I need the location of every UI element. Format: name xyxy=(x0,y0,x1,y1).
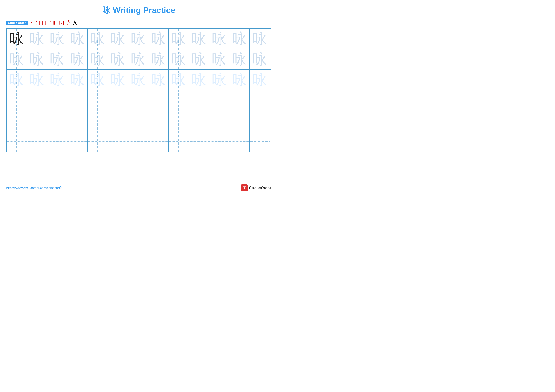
grid-cell-4-11[interactable] xyxy=(209,90,229,111)
grid-cell-3-6[interactable]: 咏 xyxy=(108,70,128,90)
practice-grid: 咏 咏 咏 咏 咏 咏 咏 咏 咏 咏 咏 咏 咏 咏 咏 咏 咏 咏 咏 咏 … xyxy=(6,28,271,152)
grid-cell-6-1[interactable] xyxy=(7,131,27,152)
grid-cell-6-2[interactable] xyxy=(27,131,47,152)
grid-cell-2-7[interactable]: 咏 xyxy=(128,49,148,69)
grid-cell-1-1[interactable]: 咏 xyxy=(7,29,27,49)
grid-cell-6-11[interactable] xyxy=(209,131,229,152)
grid-cell-5-2[interactable] xyxy=(27,111,47,131)
grid-cell-6-3[interactable] xyxy=(47,131,67,152)
grid-cell-2-11[interactable]: 咏 xyxy=(209,49,229,69)
grid-cell-1-10[interactable]: 咏 xyxy=(189,29,209,49)
grid-cell-2-3[interactable]: 咏 xyxy=(47,49,67,69)
grid-cell-1-2[interactable]: 咏 xyxy=(27,29,47,49)
grid-cell-6-5[interactable] xyxy=(88,131,108,152)
grid-cell-3-12[interactable]: 咏 xyxy=(229,70,250,90)
grid-cell-5-13[interactable] xyxy=(250,111,270,131)
grid-cell-6-4[interactable] xyxy=(67,131,88,152)
logo-icon: 字 xyxy=(241,184,248,191)
grid-cell-3-8[interactable]: 咏 xyxy=(148,70,169,90)
grid-cell-5-12[interactable] xyxy=(229,111,250,131)
grid-cell-2-4[interactable]: 咏 xyxy=(67,49,88,69)
grid-cell-1-12[interactable]: 咏 xyxy=(229,29,250,49)
stroke-step-5: 叼 xyxy=(53,20,58,26)
grid-cell-5-10[interactable] xyxy=(189,111,209,131)
grid-cell-3-2[interactable]: 咏 xyxy=(27,70,47,90)
grid-cell-1-4[interactable]: 咏 xyxy=(67,29,88,49)
grid-cell-4-4[interactable] xyxy=(67,90,88,111)
grid-cell-1-5[interactable]: 咏 xyxy=(88,29,108,49)
grid-cell-5-6[interactable] xyxy=(108,111,128,131)
stroke-step-8: 咏 xyxy=(72,20,77,26)
grid-cell-1-7[interactable]: 咏 xyxy=(128,29,148,49)
grid-cell-6-9[interactable] xyxy=(169,131,189,152)
stroke-order-badge: Stroke Order xyxy=(6,21,28,25)
grid-row-6 xyxy=(7,131,271,152)
grid-cell-3-3[interactable]: 咏 xyxy=(47,70,67,90)
grid-cell-6-12[interactable] xyxy=(229,131,250,152)
grid-cell-6-13[interactable] xyxy=(250,131,270,152)
grid-cell-4-7[interactable] xyxy=(128,90,148,111)
grid-cell-2-10[interactable]: 咏 xyxy=(189,49,209,69)
grid-row-4 xyxy=(7,90,271,111)
grid-cell-5-4[interactable] xyxy=(67,111,88,131)
grid-cell-2-8[interactable]: 咏 xyxy=(148,49,169,69)
grid-cell-3-4[interactable]: 咏 xyxy=(67,70,88,90)
grid-cell-5-7[interactable] xyxy=(128,111,148,131)
footer-url[interactable]: https://www.strokeorder.com/chinese/咏 xyxy=(6,186,62,190)
grid-cell-4-10[interactable] xyxy=(189,90,209,111)
grid-cell-1-11[interactable]: 咏 xyxy=(209,29,229,49)
grid-cell-4-12[interactable] xyxy=(229,90,250,111)
stroke-step-7: 咏 xyxy=(66,20,71,26)
grid-cell-5-11[interactable] xyxy=(209,111,229,131)
grid-cell-1-9[interactable]: 咏 xyxy=(169,29,189,49)
grid-cell-3-11[interactable]: 咏 xyxy=(209,70,229,90)
grid-cell-6-8[interactable] xyxy=(148,131,169,152)
grid-cell-2-6[interactable]: 咏 xyxy=(108,49,128,69)
grid-row-3: 咏 咏 咏 咏 咏 咏 咏 咏 咏 咏 咏 咏 咏 xyxy=(7,70,271,90)
grid-cell-1-3[interactable]: 咏 xyxy=(47,29,67,49)
grid-cell-4-3[interactable] xyxy=(47,90,67,111)
stroke-step-4: 口˙ xyxy=(45,20,52,26)
stroke-step-1: 丶 xyxy=(29,20,34,26)
grid-cell-5-8[interactable] xyxy=(148,111,169,131)
grid-cell-3-10[interactable]: 咏 xyxy=(189,70,209,90)
grid-cell-6-10[interactable] xyxy=(189,131,209,152)
grid-cell-5-3[interactable] xyxy=(47,111,67,131)
grid-cell-2-9[interactable]: 咏 xyxy=(169,49,189,69)
grid-cell-6-6[interactable] xyxy=(108,131,128,152)
stroke-order-row: Stroke Order 丶 𠃍 口 口˙ 叼 叼 咏 咏 xyxy=(0,18,278,28)
grid-cell-2-12[interactable]: 咏 xyxy=(229,49,250,69)
grid-cell-4-8[interactable] xyxy=(148,90,169,111)
grid-cell-2-13[interactable]: 咏 xyxy=(250,49,270,69)
grid-row-2: 咏 咏 咏 咏 咏 咏 咏 咏 咏 咏 咏 咏 咏 xyxy=(7,49,271,70)
char-solid: 咏 xyxy=(9,32,24,46)
grid-cell-3-7[interactable]: 咏 xyxy=(128,70,148,90)
grid-cell-6-7[interactable] xyxy=(128,131,148,152)
stroke-sequence: 丶 𠃍 口 口˙ 叼 叼 咏 咏 xyxy=(29,20,77,26)
grid-cell-4-5[interactable] xyxy=(88,90,108,111)
grid-cell-2-2[interactable]: 咏 xyxy=(27,49,47,69)
grid-cell-3-1[interactable]: 咏 xyxy=(7,70,27,90)
grid-cell-1-8[interactable]: 咏 xyxy=(148,29,169,49)
grid-cell-2-1[interactable]: 咏 xyxy=(7,49,27,69)
stroke-step-6: 叼 xyxy=(59,20,64,26)
grid-row-5 xyxy=(7,111,271,131)
grid-cell-2-5[interactable]: 咏 xyxy=(88,49,108,69)
grid-cell-4-9[interactable] xyxy=(169,90,189,111)
grid-row-1: 咏 咏 咏 咏 咏 咏 咏 咏 咏 咏 咏 咏 咏 xyxy=(7,29,271,49)
grid-cell-5-9[interactable] xyxy=(169,111,189,131)
grid-cell-4-6[interactable] xyxy=(108,90,128,111)
grid-cell-4-13[interactable] xyxy=(250,90,270,111)
logo-text: StrokeOrder xyxy=(249,186,271,190)
grid-cell-1-13[interactable]: 咏 xyxy=(250,29,270,49)
stroke-step-2: 𠃍 xyxy=(36,20,37,26)
grid-cell-4-2[interactable] xyxy=(27,90,47,111)
grid-cell-5-5[interactable] xyxy=(88,111,108,131)
grid-cell-5-1[interactable] xyxy=(7,111,27,131)
grid-cell-3-9[interactable]: 咏 xyxy=(169,70,189,90)
grid-cell-3-5[interactable]: 咏 xyxy=(88,70,108,90)
grid-cell-3-13[interactable]: 咏 xyxy=(250,70,270,90)
grid-cell-4-1[interactable] xyxy=(7,90,27,111)
grid-cell-1-6[interactable]: 咏 xyxy=(108,29,128,49)
footer-logo: 字 StrokeOrder xyxy=(241,184,271,191)
